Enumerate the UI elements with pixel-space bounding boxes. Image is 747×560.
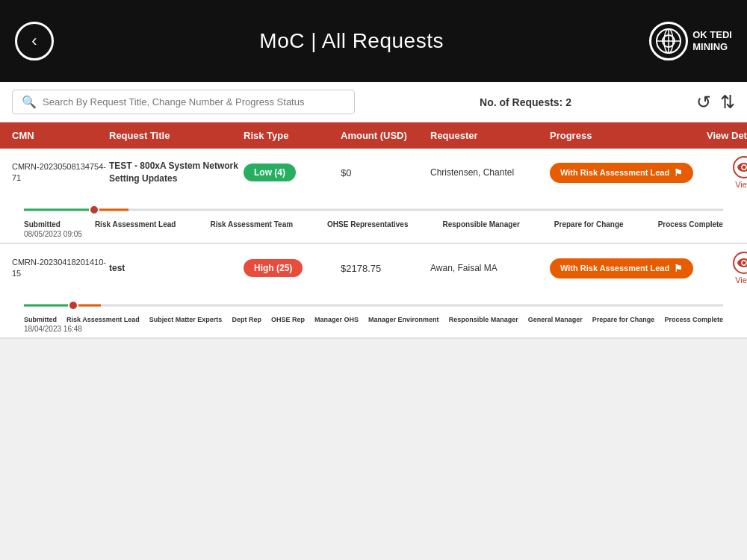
table-header: CMN Request Title Risk Type Amount (USD)… xyxy=(0,122,747,149)
requester-1: Christensen, Chantel xyxy=(430,167,550,178)
timeline-orange-1 xyxy=(94,209,129,211)
tl-label-0: Submitted xyxy=(24,220,61,228)
timeline-green-2 xyxy=(24,305,73,307)
progress-badge-1[interactable]: With Risk Assessment Lead ⚑ xyxy=(550,163,693,183)
timeline-dot-1 xyxy=(89,205,99,215)
view-cell-1: View xyxy=(707,156,747,189)
table-row: CMRN-20230418201410-15 test High (25) $2… xyxy=(0,244,747,338)
flag-icon-1: ⚑ xyxy=(674,167,683,178)
table-row: CMRN-20230508134754-71 TEST - 800xA Syst… xyxy=(0,149,747,243)
progress-label-1: With Risk Assessment Lead xyxy=(560,168,669,177)
tl-label-3: OHSE Representatives xyxy=(327,220,408,228)
tl-label-6: Process Complete xyxy=(658,220,723,228)
view-cell-2: View xyxy=(707,252,747,284)
search-input[interactable] xyxy=(43,96,345,108)
app-title: MoC | All Requests xyxy=(259,29,444,53)
view-button-1[interactable]: View xyxy=(733,156,747,189)
view-label-2: View xyxy=(735,276,747,284)
tl2-label-6: Manager Environment xyxy=(368,316,439,323)
timeline-dot-2 xyxy=(68,300,78,311)
timeline-labels-2: Submitted Risk Assessment Lead Subject M… xyxy=(12,316,735,323)
tl2-label-9: Prepare for Change xyxy=(592,316,655,323)
progress-label-2: With Risk Assessment Lead xyxy=(560,264,669,273)
timeline-row-2: Submitted Risk Assessment Lead Subject M… xyxy=(12,292,735,337)
sort-button[interactable]: ⇅ xyxy=(720,92,735,113)
header-amount: Amount (USD) xyxy=(341,130,430,141)
header-risk-type: Risk Type xyxy=(244,130,341,141)
logo-text: OK TEDI MINING xyxy=(692,29,732,52)
requester-2: Awan, Faisal MA xyxy=(430,263,550,273)
risk-low-badge: Low (4) xyxy=(244,164,296,181)
view-button-2[interactable]: View xyxy=(733,252,747,284)
view-icon-2 xyxy=(733,252,747,274)
view-label-1: View xyxy=(735,180,747,189)
tl-label-5: Prepare for Change xyxy=(554,220,624,228)
refresh-button[interactable]: ↺ xyxy=(696,92,711,113)
request-title-2: test xyxy=(109,262,244,275)
progress-1: With Risk Assessment Lead ⚑ xyxy=(550,163,707,183)
header-cmn: CMN xyxy=(12,130,109,141)
progress-2: With Risk Assessment Lead ⚑ xyxy=(550,258,707,279)
logo-icon xyxy=(649,22,688,60)
header-view-details: View Details xyxy=(707,130,747,141)
toolbar-icons: ↺ ⇅ xyxy=(696,92,735,113)
header-progress: Progress xyxy=(550,130,707,141)
header-requester: Requester xyxy=(430,130,550,141)
cmn-1: CMRN-20230508134754-71 xyxy=(12,161,109,184)
timeline-row-1: Submitted Risk Assessment Lead Risk Asse… xyxy=(12,196,735,243)
back-button[interactable]: ‹ xyxy=(15,22,54,60)
search-row: 🔍 No. of Requests: 2 ↺ ⇅ xyxy=(0,82,747,122)
amount-1: $0 xyxy=(341,167,430,178)
timeline-track-2 xyxy=(24,298,723,313)
row-divider-2 xyxy=(0,338,747,339)
tl2-label-4: OHSE Rep xyxy=(271,316,305,323)
tl2-label-0: Submitted xyxy=(24,316,57,323)
tl2-label-5: Manager OHS xyxy=(314,316,359,323)
main-content: 🔍 No. of Requests: 2 ↺ ⇅ CMN Request Tit… xyxy=(0,82,747,560)
tl2-label-8: General Manager xyxy=(528,316,583,323)
tl2-label-7: Responsible Manager xyxy=(449,316,518,323)
amount-2: $2178.75 xyxy=(341,263,430,274)
request-count: No. of Requests: 2 xyxy=(364,96,687,108)
request-main-row-2: CMRN-20230418201410-15 test High (25) $2… xyxy=(12,244,735,292)
logo-area: OK TEDI MINING xyxy=(649,22,732,60)
tl2-label-3: Dept Rep xyxy=(232,316,261,323)
search-icon: 🔍 xyxy=(22,95,37,109)
search-box: 🔍 xyxy=(12,90,355,114)
risk-high-badge: High (25) xyxy=(244,259,303,277)
header-request-title: Request Title xyxy=(109,130,244,141)
view-icon-1 xyxy=(733,156,747,178)
tl2-label-2: Subject Matter Experts xyxy=(149,316,223,323)
submitted-time-2: 18/04/2023 16:48 xyxy=(12,325,735,333)
tl2-label-10: Process Complete xyxy=(664,316,723,323)
tl-label-2: Risk Assessment Team xyxy=(210,220,293,228)
request-title-1: TEST - 800xA System Network Setting Upda… xyxy=(109,160,244,185)
flag-icon-2: ⚑ xyxy=(674,263,683,274)
tl2-label-1: Risk Assessment Lead xyxy=(66,316,140,323)
top-bar: ‹ MoC | All Requests OK TEDI MINING xyxy=(0,0,747,82)
timeline-labels-1: Submitted Risk Assessment Lead Risk Asse… xyxy=(12,220,735,228)
timeline-track-1 xyxy=(24,202,723,217)
cmn-2: CMRN-20230418201410-15 xyxy=(12,257,109,280)
request-main-row: CMRN-20230508134754-71 TEST - 800xA Syst… xyxy=(12,149,735,196)
submitted-time-1: 08/05/2023 09:05 xyxy=(12,230,735,238)
tl-label-1: Risk Assessment Lead xyxy=(95,220,176,228)
tl-label-4: Responsible Manager xyxy=(442,220,519,228)
risk-badge-2: High (25) xyxy=(244,259,341,277)
timeline-green-1 xyxy=(24,209,94,211)
risk-badge-1: Low (4) xyxy=(244,164,341,181)
progress-badge-2[interactable]: With Risk Assessment Lead ⚑ xyxy=(550,258,693,279)
